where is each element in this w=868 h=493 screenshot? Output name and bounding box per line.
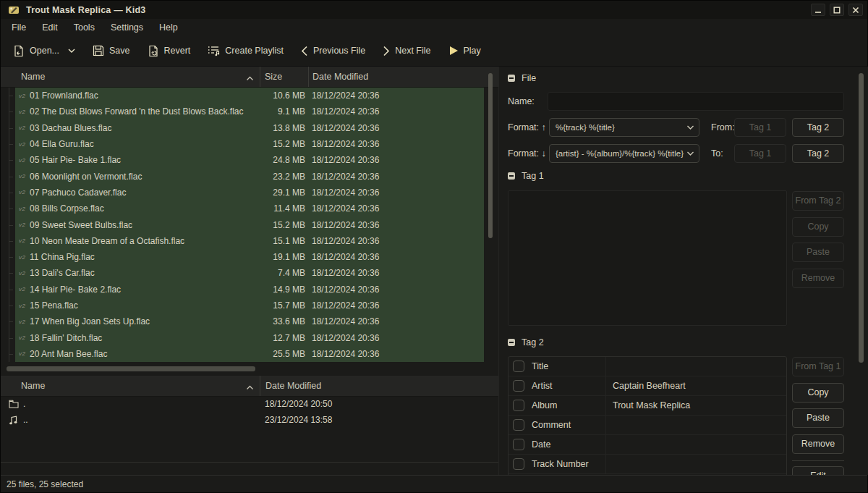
tree-branch (1, 216, 15, 232)
tree-branch (1, 120, 15, 136)
save-button[interactable]: Save (86, 41, 137, 60)
tag-editor-panel: File Name: Format: ↑ %{track} %{title} F… (498, 67, 868, 475)
menu-item[interactable]: Edit (34, 20, 66, 35)
tag1-action-button[interactable]: From Tag 2 (792, 191, 844, 211)
to-tag1-button[interactable]: Tag 1 (734, 144, 786, 163)
file-date: 18/12/2024 20:36 (308, 152, 484, 168)
tag2-action-button[interactable]: Copy (792, 383, 844, 403)
tag2-action-button[interactable]: Remove (792, 434, 844, 454)
folder-row[interactable]: .. 23/12/2024 13:58 (1, 412, 498, 428)
file-size: 10.6 MB (260, 88, 308, 104)
from-tag1-button[interactable]: Tag 1 (734, 118, 786, 137)
tag2-action-button[interactable]: From Tag 1 (792, 357, 844, 376)
file-row[interactable]: v2 03 Dachau Blues.flac 13.8 MB 18/12/20… (1, 120, 484, 136)
field-value[interactable] (605, 357, 786, 376)
file-row[interactable]: v2 11 China Pig.flac 19.1 MB 18/12/2024 … (1, 249, 484, 265)
file-name: 03 Dachau Blues.flac (30, 123, 111, 133)
file-row[interactable]: v2 14 Hair Pie- Bake 2.flac 14.9 MB 18/1… (1, 282, 484, 298)
play-label: Play (464, 46, 481, 56)
tag1-action-button[interactable]: Remove (792, 269, 844, 288)
tag-panel-vertical-scrollbar[interactable] (859, 73, 864, 363)
create-playlist-button[interactable]: Create Playlist (201, 41, 290, 60)
file-row[interactable]: v2 17 When Big Joan Sets Up.flac 33.6 MB… (1, 313, 484, 329)
filename-input[interactable] (548, 92, 844, 111)
collapse-icon[interactable] (508, 339, 515, 346)
tag-v2-icon: v2 (19, 334, 30, 341)
menu-item[interactable]: File (4, 20, 34, 35)
menu-item[interactable]: Help (151, 20, 186, 35)
menu-item[interactable]: Tools (66, 20, 103, 35)
folder-column-header-name[interactable]: Name (1, 376, 260, 396)
open-dropdown-button[interactable] (63, 44, 80, 57)
file-row[interactable]: v2 20 Ant Man Bee.flac 25.5 MB 18/12/202… (1, 346, 484, 362)
file-list-horizontal-scrollbar[interactable] (7, 366, 255, 371)
collapse-icon[interactable] (508, 172, 515, 180)
field-checkbox[interactable] (513, 458, 524, 470)
tree-branch (1, 168, 15, 184)
folder-name: . (23, 399, 260, 409)
previous-file-button[interactable]: Previous File (294, 42, 372, 60)
file-row[interactable]: v2 13 Dali's Car.flac 7.4 MB 18/12/2024 … (1, 265, 484, 281)
file-row[interactable]: v2 05 Hair Pie- Bake 1.flac 24.8 MB 18/1… (1, 152, 484, 168)
statusbar: 25 files, 25 selected (1, 475, 867, 492)
tag1-fields-area[interactable] (508, 190, 787, 326)
file-date: 18/12/2024 20:36 (308, 298, 484, 313)
maximize-button[interactable] (830, 4, 844, 16)
file-row[interactable]: v2 09 Sweet Sweet Bulbs.flac 15.2 MB 18/… (1, 216, 484, 232)
open-button[interactable]: Open... (7, 41, 66, 61)
file-row[interactable]: v2 10 Neon Meate Dream of a Octafish.fla… (1, 233, 484, 249)
tag2-field-row: Album Trout Mask Replica (509, 396, 786, 416)
file-row[interactable]: v2 15 Pena.flac 15.7 MB 18/12/2024 20:36 (1, 298, 484, 313)
collapse-icon[interactable] (508, 75, 515, 82)
close-button[interactable] (848, 4, 863, 16)
file-row[interactable]: v2 07 Pachuco Cadaver.flac 29.1 MB 18/12… (1, 185, 484, 201)
tag1-action-button[interactable]: Paste (792, 243, 844, 262)
file-row[interactable]: v2 08 Bills Corpse.flac 11.4 MB 18/12/20… (1, 201, 484, 216)
field-value[interactable]: Trout Mask Replica (605, 396, 786, 415)
field-value[interactable]: Captain Beefheart (605, 376, 786, 395)
column-header-date[interactable]: Date Modified (308, 67, 498, 87)
tag1-action-button[interactable]: Copy (792, 217, 844, 237)
to-tag2-button[interactable]: Tag 2 (792, 144, 844, 163)
titlebar[interactable]: Trout Mask Replica — Kid3 (1, 1, 867, 19)
file-date: 18/12/2024 20:36 (308, 201, 484, 216)
file-row[interactable]: v2 18 Fallin' Ditch.flac 12.7 MB 18/12/2… (1, 329, 484, 345)
tag2-action-button[interactable]: Paste (792, 408, 844, 428)
field-value[interactable] (605, 455, 786, 473)
field-checkbox[interactable] (513, 361, 524, 372)
menu-item[interactable]: Settings (103, 20, 151, 35)
folder-row[interactable]: . 18/12/2024 20:50 (1, 396, 498, 412)
edit-button[interactable]: Edit (792, 466, 844, 475)
play-button[interactable]: Play (442, 42, 488, 59)
chevron-left-icon (301, 46, 308, 56)
from-tag2-button[interactable]: Tag 2 (792, 118, 844, 137)
format-to-combobox[interactable]: {artist} - %{album}/%{track} %{title} (549, 144, 699, 163)
format-from-combobox[interactable]: %{track} %{title} (549, 118, 699, 137)
file-row[interactable]: v2 02 The Dust Blows Forward 'n the Dust… (1, 104, 484, 119)
folder-table-header: Name Date Modified (1, 376, 498, 397)
file-row[interactable]: v2 06 Moonlight on Vermont.flac 23.2 MB … (1, 168, 484, 184)
file-row[interactable]: v2 01 Frownland.flac 10.6 MB 18/12/2024 … (1, 88, 484, 104)
field-value[interactable] (605, 435, 786, 454)
toolbar: Open... Save Revert Create Playlist Prev… (1, 35, 867, 67)
revert-button[interactable]: Revert (141, 41, 197, 61)
file-list-vertical-scrollbar[interactable] (488, 73, 493, 238)
field-checkbox[interactable] (513, 400, 524, 411)
minimize-button[interactable] (811, 4, 825, 16)
file-date: 18/12/2024 20:36 (308, 216, 484, 232)
field-checkbox[interactable] (513, 380, 524, 392)
file-name: 10 Neon Meate Dream of a Octafish.flac (30, 236, 184, 246)
field-checkbox[interactable] (513, 439, 524, 450)
file-date: 18/12/2024 20:36 (308, 249, 484, 265)
file-name: 18 Fallin' Ditch.flac (30, 333, 102, 343)
column-header-size[interactable]: Size (260, 67, 308, 87)
file-row[interactable]: v2 04 Ella Guru.flac 15.2 MB 18/12/2024 … (1, 136, 484, 152)
next-file-button[interactable]: Next File (376, 42, 437, 60)
tag-v2-icon: v2 (19, 125, 30, 131)
window-title: Trout Mask Replica — Kid3 (26, 5, 145, 15)
folder-column-header-date[interactable]: Date Modified (260, 376, 498, 396)
previous-file-label: Previous File (313, 46, 365, 56)
field-checkbox[interactable] (513, 419, 524, 431)
field-value[interactable] (605, 416, 786, 434)
column-header-name[interactable]: Name (1, 67, 260, 87)
